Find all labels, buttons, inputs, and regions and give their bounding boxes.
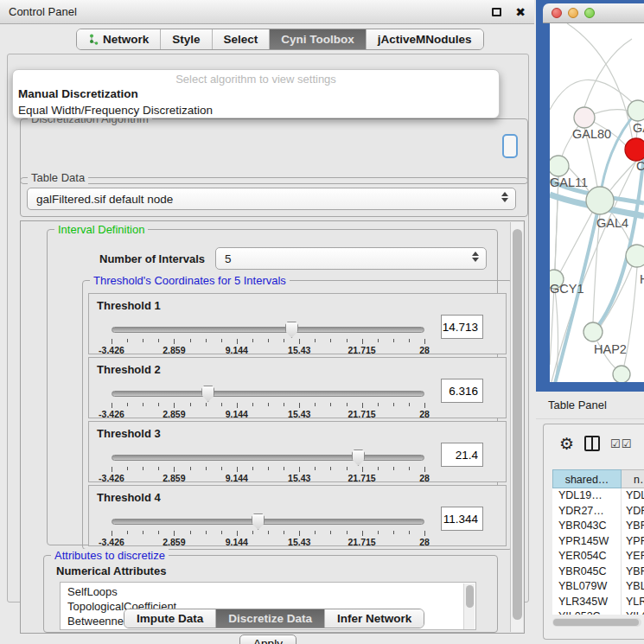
cell-shared-name[interactable]: YDR27… [552,504,622,520]
bottom-tab-label: Infer Network [337,612,411,625]
tab-network[interactable]: Network [77,29,161,49]
tick-label: -3.426 [99,345,124,355]
slider-thumb[interactable] [201,386,214,402]
tick-label: -3.426 [99,537,124,547]
settings-vertical-scrollbar[interactable] [510,222,523,632]
cell-name[interactable]: YIL0… [622,609,644,615]
cell-shared-name[interactable]: YDL19… [552,488,622,504]
slider-thumb[interactable] [252,513,265,530]
tick-label: 9.144 [226,473,248,483]
threshold-label: Threshold 2 [97,363,161,376]
close-traffic-light[interactable] [552,8,562,18]
network-node[interactable] [613,366,630,382]
cell-name[interactable]: YLR3… [622,595,644,610]
table-row[interactable]: YBR043C YBR0… [552,519,644,534]
threshold-slider[interactable]: -3.4262.8599.14415.4321.71528 [112,513,424,543]
table-row[interactable]: YLR345W YLR3… [552,595,644,610]
network-node[interactable] [628,100,644,121]
table-data-combobox[interactable]: galFiltered.sif default node [27,188,516,210]
cell-shared-name[interactable]: YBR045C [552,564,622,580]
algorithm-combo-focus-ring[interactable] [502,134,518,158]
tick-label: 28 [419,409,430,419]
threshold-value-input[interactable] [441,315,483,339]
network-node-selected[interactable] [625,138,644,161]
table-row[interactable]: YIL052C YIL0… [552,609,644,615]
threshold-slider[interactable]: -3.4262.8599.14415.4321.71528 [112,322,424,351]
gear-icon[interactable]: ⚙ [559,436,574,452]
slider-thumb[interactable] [285,322,298,338]
slider-track[interactable] [112,455,424,461]
table-row[interactable]: YDR27… YDR2… [552,504,644,520]
slider-track[interactable] [112,391,424,397]
table-horizontal-scrollbar[interactable] [552,618,641,627]
network-node[interactable] [550,156,569,176]
network-node[interactable] [574,107,595,128]
threshold-value-input[interactable] [441,507,483,531]
node-label: GAL11 [550,175,588,189]
float-window-icon[interactable] [492,8,501,16]
interval-definition-group: Interval Definition Number of Intervals … [47,229,498,545]
table-row[interactable]: YER054C YER0… [552,549,644,564]
threshold-slider[interactable]: -3.4262.8599.14415.4321.71528 [112,450,424,479]
algorithm-option[interactable]: Manual Discretization [13,86,499,102]
bottom-tab-discretize-data[interactable]: Discretize Data [216,609,325,628]
tab-label: Select [224,33,258,46]
network-canvas[interactable]: GAL80 GA C GAL11 GAL4 GCY1 H HAP2 [550,23,644,382]
tab-style[interactable]: Style [161,29,212,49]
tick-label: 15.43 [288,409,310,419]
threshold-slider[interactable]: -3.4262.8599.14415.4321.71528 [112,386,424,415]
combo-arrows-icon [501,192,508,202]
apply-button[interactable]: Apply [239,634,296,644]
cell-name[interactable]: YBL0… [622,579,644,595]
cell-name[interactable]: YPR1… [622,534,644,550]
node-label: GAL4 [596,216,628,230]
number-of-intervals-spinner[interactable]: 5 [215,247,487,270]
cell-name[interactable]: YER0… [622,549,644,564]
table-row[interactable]: YPR145W YPR1… [552,534,644,550]
network-node[interactable] [586,187,614,214]
table-row[interactable]: YBR045C YBR0… [552,564,644,580]
slider-thumb[interactable] [352,450,365,466]
select-checkboxes-icon[interactable]: ☑☑ [610,437,632,450]
column-header-name[interactable]: n… [622,469,644,488]
cell-shared-name[interactable]: YIL052C [552,609,622,615]
tab-label: Cyni Toolbox [281,33,354,46]
node-attribute-table[interactable]: shared… n… YDL19… YDL1… YDR27… YDR2… YBR… [552,469,644,615]
algorithm-option[interactable]: Equal Width/Frequency Discretization [13,102,499,118]
threshold-value-input[interactable] [441,379,483,403]
cell-shared-name[interactable]: YER054C [552,549,622,564]
slider-tick-marks [112,403,424,408]
threshold-row: Threshold 2 -3.4262.8599.14415.4321.7152… [88,357,507,418]
column-header-shared-name[interactable]: shared… [552,469,622,488]
cell-shared-name[interactable]: YBL079W [552,579,622,595]
tab-select[interactable]: Select [213,29,271,49]
columns-icon[interactable] [584,436,600,451]
cell-shared-name[interactable]: YBR043C [552,519,622,534]
tab-jactivemnodules[interactable]: jActiveMNodules [367,29,483,49]
table-row[interactable]: YDL19… YDL1… [552,488,644,504]
tick-label: 21.715 [348,345,376,355]
threshold-value-input[interactable] [441,443,483,467]
attributes-list-scrollbar[interactable] [463,583,475,630]
table-row[interactable]: YBL079W YBL0… [552,579,644,595]
tab-cyni-toolbox[interactable]: Cyni Toolbox [270,29,367,49]
minimize-traffic-light[interactable] [568,8,578,18]
bottom-tab-infer-network[interactable]: Infer Network [325,609,424,628]
network-node[interactable] [626,245,644,267]
cell-shared-name[interactable]: YLR345W [552,595,622,610]
cell-name[interactable]: YDL1… [622,488,644,504]
tick-label: 15.43 [288,345,310,355]
cell-name[interactable]: YBR0… [622,564,644,580]
slider-track[interactable] [112,327,424,333]
cell-name[interactable]: YBR0… [622,519,644,534]
slider-tick-labels: -3.4262.8599.14415.4321.71528 [112,409,424,418]
cell-shared-name[interactable]: YPR145W [552,534,622,550]
zoom-traffic-light[interactable] [584,8,595,18]
slider-track[interactable] [112,519,424,525]
tick-label: 2.859 [163,345,185,355]
close-icon[interactable]: ✖ [515,6,526,18]
cell-name[interactable]: YDR2… [622,504,644,520]
bottom-tab-impute-data[interactable]: Impute Data [124,609,216,628]
attribute-list-item[interactable]: SelfLoops [67,584,475,599]
network-node[interactable] [583,322,603,341]
